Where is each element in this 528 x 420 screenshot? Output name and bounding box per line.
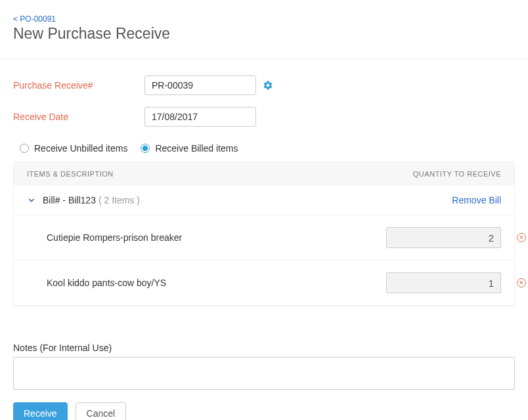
- notes-textarea[interactable]: [13, 357, 515, 390]
- radio-unbilled[interactable]: Receive Unbilled items: [20, 143, 127, 154]
- cancel-button[interactable]: Cancel: [76, 402, 127, 420]
- radio-billed[interactable]: Receive Billed items: [141, 143, 238, 154]
- receive-date-input[interactable]: [144, 107, 256, 127]
- pr-number-label: Purchase Receive#: [13, 80, 144, 91]
- divider: [0, 58, 528, 59]
- gear-icon[interactable]: [263, 80, 273, 91]
- radio-icon: [141, 144, 150, 153]
- notes-label: Notes (For Internal Use): [13, 343, 515, 353]
- radio-billed-label: Receive Billed items: [155, 143, 238, 154]
- pr-number-input[interactable]: [144, 75, 256, 95]
- back-link[interactable]: < PO-00091: [13, 14, 56, 24]
- bill-label: Bill# - Bill123: [43, 195, 96, 205]
- item-name: Cutiepie Rompers-prison breaker: [47, 232, 386, 243]
- table-row: Kool kiddo pants-cow boy/YS ✕: [14, 261, 514, 306]
- chevron-down-icon[interactable]: [27, 196, 36, 205]
- receive-button[interactable]: Receive: [13, 402, 68, 420]
- quantity-input[interactable]: [386, 272, 501, 293]
- header-items-description: ITEMS & DESCRIPTION: [27, 170, 370, 178]
- table-row: Cutiepie Rompers-prison breaker ✕: [14, 215, 514, 261]
- radio-icon: [20, 144, 29, 153]
- radio-unbilled-label: Receive Unbilled items: [34, 143, 127, 154]
- bill-item-count: ( 2 Items ): [99, 195, 140, 205]
- receive-date-label: Receive Date: [13, 112, 144, 122]
- items-table: ITEMS & DESCRIPTION QUANTITY TO RECEIVE …: [13, 161, 515, 306]
- page-title: New Purchase Receive: [13, 25, 515, 43]
- header-quantity: QUANTITY TO RECEIVE: [370, 170, 501, 178]
- delete-row-icon[interactable]: ✕: [517, 278, 526, 287]
- delete-row-icon[interactable]: ✕: [517, 233, 526, 242]
- quantity-input[interactable]: [386, 227, 501, 248]
- item-name: Kool kiddo pants-cow boy/YS: [47, 278, 386, 288]
- bill-row: Bill# - Bill123 ( 2 Items ) Remove Bill: [14, 186, 514, 215]
- remove-bill-link[interactable]: Remove Bill: [452, 195, 501, 205]
